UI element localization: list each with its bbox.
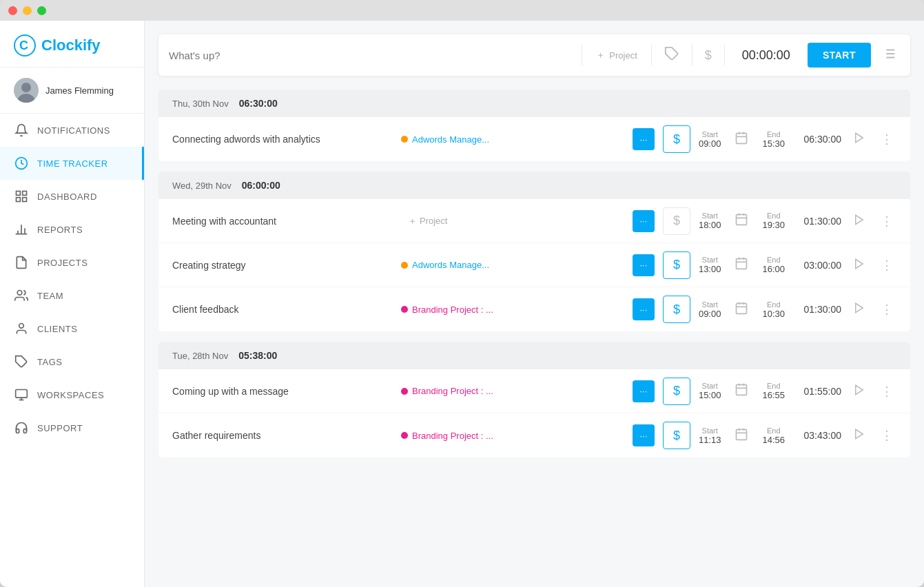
day-total: 06:30:00 — [239, 98, 278, 109]
project-name[interactable]: Branding Project : ... — [412, 431, 493, 441]
svg-marker-36 — [856, 215, 863, 225]
view-toggle-button[interactable] — [878, 43, 900, 68]
play-button[interactable] — [850, 380, 869, 402]
more-options-button[interactable]: ⋮ — [877, 380, 896, 402]
sidebar-item-projects[interactable]: PROJECTS — [0, 246, 144, 279]
logo-text: Clockify — [41, 37, 101, 54]
divider3 — [692, 45, 692, 65]
play-button[interactable] — [850, 254, 869, 276]
day-groups-container: Thu, 30th Nov 06:30:00 Connecting adword… — [158, 90, 910, 457]
entry-description: Connecting adwords with analytics — [172, 134, 393, 145]
play-button[interactable] — [850, 128, 869, 150]
end-time-range: End 16:00 — [762, 256, 785, 274]
more-options-button[interactable]: ⋮ — [877, 298, 896, 320]
sidebar-item-label: TAGS — [37, 357, 62, 367]
clock-icon — [14, 156, 29, 171]
calendar-button[interactable] — [729, 301, 754, 318]
task-description-input[interactable] — [169, 50, 575, 61]
more-options-button[interactable]: ⋮ — [877, 254, 896, 276]
entry-duration: 03:00:00 — [793, 260, 841, 271]
sidebar-item-dashboard[interactable]: DASHBOARD — [0, 180, 144, 213]
day-group-0: Thu, 30th Nov 06:30:00 Connecting adword… — [158, 90, 910, 161]
sidebar-item-support[interactable]: SUPPORT — [0, 411, 144, 444]
project-name[interactable]: Branding Project : ... — [412, 386, 493, 396]
end-time: End 19:30 — [762, 212, 785, 230]
sidebar-item-notifications[interactable]: NOTIFICATIONS — [0, 114, 144, 147]
more-options-button[interactable]: ⋮ — [877, 128, 896, 150]
svg-rect-9 — [23, 198, 27, 202]
entry-description: Creating strategy — [172, 260, 393, 271]
day-group-2: Tue, 28th Nov 05:38:00 Coming up with a … — [158, 342, 910, 457]
calendar-button[interactable] — [729, 256, 754, 274]
calendar-button[interactable] — [729, 212, 754, 229]
main-content: ＋ Project $ 00:00:00 START Thu, 30th Nov — [145, 21, 924, 587]
person-icon — [14, 321, 29, 336]
day-header: Thu, 30th Nov 06:30:00 — [158, 90, 910, 117]
time-range: Start 15:00 — [699, 382, 721, 400]
svg-rect-37 — [737, 258, 747, 269]
app-body: C Clockify James Flemming — [0, 21, 924, 587]
billable-entry-button[interactable]: $ — [663, 207, 690, 235]
sidebar-item-workspaces[interactable]: WORKSPACES — [0, 378, 144, 411]
tag-button[interactable] — [659, 43, 685, 68]
project-dot — [401, 388, 408, 395]
minimize-button[interactable] — [23, 6, 32, 15]
tag-entry-button[interactable]: ··· — [633, 298, 655, 320]
avatar-image — [14, 78, 39, 103]
sidebar-item-tags[interactable]: TAGS — [0, 345, 144, 378]
time-entry: Client feedback Branding Project : ... ·… — [158, 287, 910, 331]
more-options-button[interactable]: ⋮ — [877, 424, 896, 446]
sidebar-item-label: DASHBOARD — [37, 192, 97, 202]
time-range: Start 11:13 — [699, 426, 721, 445]
logo: C Clockify — [14, 34, 130, 56]
play-button[interactable] — [850, 210, 869, 232]
user-area[interactable]: James Flemming — [0, 68, 144, 114]
app-window: C Clockify James Flemming — [0, 0, 924, 587]
project-name[interactable]: Branding Project : ... — [412, 305, 493, 315]
calendar-button[interactable] — [729, 131, 754, 148]
billable-entry-button[interactable]: $ — [663, 125, 690, 153]
billable-button[interactable]: $ — [699, 45, 717, 66]
close-button[interactable] — [8, 6, 17, 15]
project-name[interactable]: Adwords Manage... — [412, 134, 489, 145]
sidebar-item-reports[interactable]: REPORTS — [0, 213, 144, 246]
billable-entry-button[interactable]: $ — [663, 251, 690, 279]
maximize-button[interactable] — [37, 6, 46, 15]
svg-rect-8 — [17, 198, 21, 202]
sidebar-item-label: PROJECTS — [37, 258, 88, 268]
tag-entry-button[interactable]: ··· — [633, 210, 655, 232]
sidebar-item-label: SUPPORT — [37, 423, 83, 433]
calendar-button[interactable] — [729, 427, 754, 444]
billable-entry-button[interactable]: $ — [663, 378, 690, 405]
time-range: Start 18:00 — [699, 212, 721, 230]
play-button[interactable] — [850, 424, 869, 446]
end-time: End 14:56 — [762, 426, 785, 445]
svg-rect-6 — [17, 192, 21, 196]
entry-description: Gather requirements — [172, 430, 393, 441]
tag-entry-button[interactable]: ··· — [633, 424, 655, 446]
sidebar-item-team[interactable]: TEAM — [0, 279, 144, 312]
divider2 — [651, 45, 652, 65]
svg-marker-46 — [856, 303, 863, 313]
add-project-button[interactable]: ＋ Project — [589, 45, 644, 65]
entry-project-area: Branding Project : ... — [401, 431, 624, 441]
billable-entry-button[interactable]: $ — [663, 422, 690, 449]
project-name[interactable]: Adwords Manage... — [412, 260, 489, 270]
sidebar-item-time-tracker[interactable]: TIME TRACKER — [0, 147, 144, 180]
tag-entry-button[interactable]: ··· — [633, 128, 655, 150]
more-options-button[interactable]: ⋮ — [877, 210, 896, 232]
document-icon — [14, 255, 29, 270]
start-time: Start 15:00 — [699, 382, 721, 400]
sidebar-item-clients[interactable]: CLIENTS — [0, 312, 144, 345]
billable-entry-button[interactable]: $ — [663, 296, 690, 323]
entry-duration: 01:55:00 — [793, 386, 841, 397]
play-button[interactable] — [850, 298, 869, 320]
add-project-entry-button[interactable]: ＋Project — [401, 212, 454, 231]
calendar-button[interactable] — [729, 382, 754, 400]
project-dot — [401, 306, 408, 313]
tag-entry-button[interactable]: ··· — [633, 254, 655, 276]
start-button[interactable]: START — [808, 43, 871, 68]
end-time-range: End 16:55 — [762, 382, 785, 400]
bell-icon — [14, 123, 29, 138]
tag-entry-button[interactable]: ··· — [633, 380, 655, 402]
